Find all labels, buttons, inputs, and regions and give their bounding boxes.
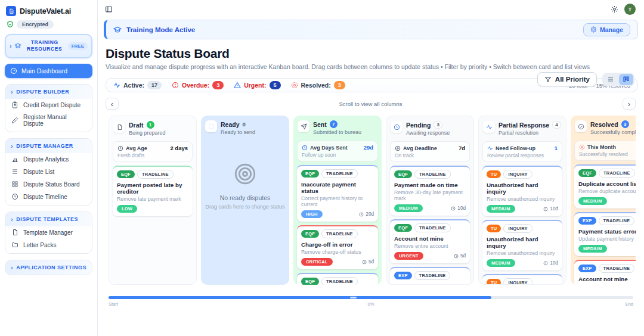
column-pending[interactable]: Pending3 Awaiting response Avg Deadline … (386, 116, 474, 285)
section-label: APPLICATION SETTINGS (16, 265, 86, 270)
column-title: Partial Response (499, 122, 549, 129)
manage-button[interactable]: Manage (583, 23, 630, 36)
page-title: Dispute Status Board (106, 46, 644, 61)
activity-icon (483, 121, 495, 133)
card-title: Charge-off in error (301, 241, 374, 248)
card-subtitle: Remove unauthorized inquiry (487, 196, 558, 202)
card-subtitle: Remove charge-off status (301, 249, 374, 255)
stat-note: Review partial responses (487, 153, 558, 158)
resolved-count: 3 (334, 81, 345, 89)
dispute-card[interactable]: TU INQUIRY Unauthorized hard inquiry Rem… (482, 220, 562, 270)
sidebar-item-letter-packs[interactable]: Letter Packs (5, 239, 92, 251)
sidebar-item-credit-report-dispute[interactable]: Credit Report Dispute (5, 99, 92, 111)
priority-filter-button[interactable]: All Priority (537, 72, 597, 86)
priority-badge: MEDIUM (578, 245, 607, 253)
bureau-badge: EQF (301, 230, 319, 238)
column-stat: Avg Days Sent 29d Follow up soon (297, 141, 378, 161)
kanban-view-icon (623, 76, 630, 83)
view-toggle-group (602, 73, 634, 86)
column-sent[interactable]: Sent7 Submitted to bureau Avg Days Sent … (293, 116, 382, 285)
dispute-card[interactable]: TU INQUIRY Unauthorized hard inquiry Rem… (482, 274, 562, 285)
pencil-icon (11, 117, 18, 124)
sidebar-item-dispute-timeline[interactable]: Dispute Timeline (5, 191, 92, 203)
dispute-card[interactable]: EXP TRADELINE Account not mine Remove ac… (574, 260, 636, 285)
kanban-view-button[interactable] (619, 74, 633, 85)
clock-icon (543, 261, 548, 266)
dispute-card[interactable]: EQF TRADELINE Payment made on time Corre… (297, 273, 378, 285)
sidebar-toggle-icon[interactable] (105, 5, 113, 13)
empty-drop-zone[interactable]: No ready disputes Drag cards here to cha… (205, 136, 286, 210)
sidebar-item-register-manual-dispute[interactable]: Register Manual Dispute (5, 111, 92, 130)
encrypted-row: Encrypted (5, 20, 92, 34)
bureau-badge: TU (487, 170, 501, 178)
clock-icon (391, 121, 402, 133)
app-logo-icon (6, 6, 16, 16)
column-draft[interactable]: Draft1 Being prepared Avg Age 2 days Fre… (109, 116, 197, 285)
scrollbar-position-label: 0% (368, 301, 374, 307)
scrollbar-track[interactable] (109, 296, 633, 299)
column-title: Pending (406, 122, 431, 129)
card-title: Unauthorized hard inquiry (487, 236, 558, 249)
dispute-card[interactable]: EQF TRADELINE Charge-off in error Remove… (297, 225, 378, 269)
section-header-dispute-templates[interactable]: › DISPUTE TEMPLATES (5, 212, 92, 226)
stat-label: Need Follow-up (496, 145, 535, 151)
overdue-stat: Overdue: 3 (172, 81, 224, 89)
clipboard-icon (11, 101, 18, 108)
scroll-left-button[interactable]: ‹ (106, 98, 119, 110)
section-header-dispute-manager[interactable]: › DISPUTE MANAGER (5, 139, 92, 153)
dispute-card[interactable]: EXP TRADELINE Inaccurate information 2 C… (390, 267, 470, 285)
clock-icon (302, 145, 308, 151)
bureau-badge: EQF (578, 169, 596, 177)
clock-icon (11, 193, 18, 200)
dispute-card[interactable]: EQF TRADELINE Duplicate account listing … (574, 164, 636, 209)
column-partial-response[interactable]: Partial Response4 Partial resolution Nee… (478, 116, 566, 285)
column-header: Partial Response4 Partial resolution (482, 120, 562, 137)
dispute-type-badge: TRADELINE (414, 271, 451, 280)
bureau-badge: EQF (394, 224, 412, 232)
settings-gear-icon[interactable] (611, 5, 618, 13)
dispute-card[interactable]: EXP TRADELINE Payment status error Updat… (574, 212, 636, 256)
sidebar-item-template-manager[interactable]: Template Manager (5, 226, 92, 239)
column-count-badge: 7 (330, 120, 338, 128)
sidebar-section-dispute-builder: › DISPUTE BUILDER Credit Report Dispute … (5, 84, 92, 132)
dispute-type-badge: TRADELINE (321, 229, 358, 238)
section-header-dispute-builder[interactable]: › DISPUTE BUILDER (5, 85, 92, 99)
scroll-right-button[interactable]: › (623, 98, 636, 110)
list-view-button[interactable] (603, 74, 618, 85)
stat-note: Follow up soon (302, 152, 373, 158)
column-subtitle: Successfully completed (590, 129, 636, 135)
bureau-badge: EQF (301, 170, 319, 178)
column-subtitle: Awaiting response (406, 130, 450, 136)
board-scrollbar: Start 0% End (109, 296, 636, 307)
empty-state-hint: Drag cards here to change status (205, 204, 286, 210)
sidebar-item-label: Letter Packs (23, 242, 57, 248)
dispute-card[interactable]: EQF TRADELINE Payment made on time Remov… (390, 166, 470, 216)
dispute-card[interactable]: EQF TRADELINE Payment posted late by cre… (113, 166, 193, 216)
dispute-card[interactable]: TU INQUIRY Unauthorized hard inquiry Rem… (482, 166, 562, 216)
column-resolved[interactable]: Resolved3 Successfully completed This Mo… (571, 116, 636, 285)
bureau-badge: EXP (578, 217, 596, 225)
dispute-card[interactable]: EQF TRADELINE Account not mine Remove en… (390, 219, 470, 263)
activity-icon (487, 145, 493, 151)
sidebar-item-dispute-list[interactable]: Dispute List (5, 166, 92, 178)
column-title: Ready (221, 121, 240, 128)
priority-badge: MEDIUM (394, 204, 423, 212)
card-title: Payment made on time (394, 182, 466, 188)
sidebar-item-main-dashboard[interactable]: Main Dashboard (5, 64, 92, 78)
sidebar-item-label: Register Manual Dispute (23, 114, 86, 127)
sidebar-item-dispute-analytics[interactable]: Dispute Analytics (5, 153, 92, 166)
card-subtitle: Remove account (578, 284, 636, 285)
column-ready[interactable]: Ready0 Ready to send No ready disputes D… (201, 116, 289, 285)
scrollbar-handle[interactable] (350, 297, 357, 298)
column-count-badge: 3 (621, 120, 629, 128)
section-header-application-settings[interactable]: › APPLICATION SETTINGS (5, 260, 92, 275)
column-subtitle: Partial resolution (499, 130, 561, 136)
training-resources-card[interactable]: › TRAINING RESOURCES FREE (5, 34, 92, 58)
sidebar-item-label: Template Manager (23, 229, 73, 236)
resolved-stat: Resolved: 3 (291, 81, 345, 89)
sidebar-item-dispute-status-board[interactable]: Dispute Status Board (5, 178, 92, 191)
dispute-card[interactable]: EQF TRADELINE Inaccurate payment status … (297, 165, 378, 222)
app-logo-row: DisputeValet.ai (5, 5, 92, 20)
bullseye-icon (233, 161, 258, 186)
avatar[interactable]: T (624, 4, 636, 15)
